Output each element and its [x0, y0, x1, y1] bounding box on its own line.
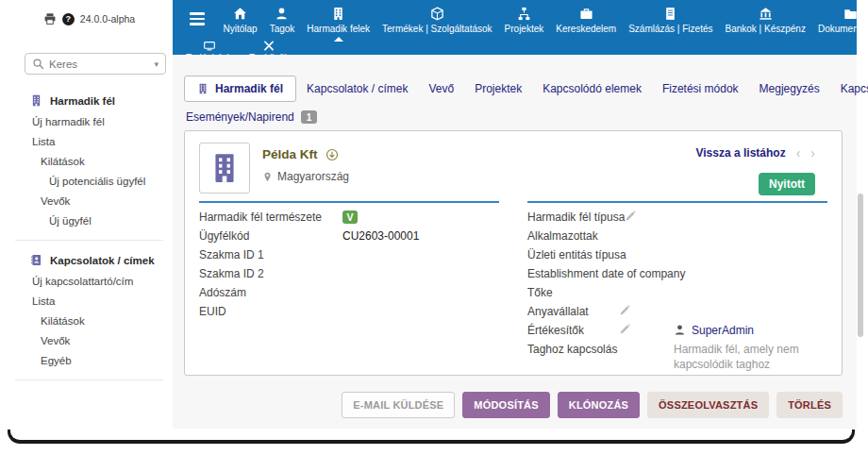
- field-columns: Harmadik fél természete V Ügyfélkód CU26…: [199, 201, 827, 373]
- sidebar-nav: Harmadik fél Új harmadik fél Lista Kilát…: [6, 90, 173, 380]
- sidebar-item-contacts-list[interactable]: Lista: [6, 292, 173, 312]
- menu-home[interactable]: Nyitólap: [217, 6, 263, 40]
- sidebar-item-contacts-prospects[interactable]: Kilátások: [6, 312, 173, 331]
- sidebar-item-customers[interactable]: Vevők: [6, 192, 173, 211]
- field-row: Szakma ID 1: [199, 245, 499, 264]
- tab-customer[interactable]: Vevő: [418, 76, 464, 101]
- sidebar: ? 24.0.0-alpha ▾ Harmadik fél Új harmadi…: [6, 0, 173, 429]
- sidebar-item-new-contact[interactable]: Új kapcsolattartó/cím: [6, 272, 173, 292]
- search-icon: [32, 58, 44, 70]
- search-caret-icon[interactable]: ▾: [154, 59, 159, 69]
- menu-commerce[interactable]: Kereskedelem: [550, 6, 623, 40]
- user-icon: [275, 7, 289, 21]
- user-icon: [674, 324, 686, 336]
- merge-button[interactable]: ÖSSZEOLVASZTÁS: [647, 392, 769, 418]
- sidebar-item-prospects[interactable]: Kilátások: [6, 152, 173, 172]
- actions-row: E-MAIL KÜLDÉSE MÓDOSÍTÁS KLÓNOZÁS ÖSSZEO…: [342, 392, 843, 418]
- field-row: Értékesítők SuperAdmin: [527, 321, 827, 340]
- fields-right-column: Harmadik fél típusa Alkalmazottak Üzleti…: [527, 201, 827, 373]
- section-title-label: Kapcsolatok / címek: [50, 255, 155, 266]
- modify-button[interactable]: MÓDOSÍTÁS: [462, 392, 549, 418]
- company-logo: [199, 143, 250, 194]
- menu-billing[interactable]: Számlázás | Fizetés: [623, 6, 719, 40]
- window-bottom-frame: [8, 430, 855, 444]
- send-email-button[interactable]: E-MAIL KÜLDÉSE: [342, 392, 455, 418]
- sidebar-section-contacts[interactable]: Kapcsolatok / címek: [6, 249, 173, 272]
- sidebar-divider: [15, 379, 163, 380]
- record-card: Példa Kft Magyarország Vissza a listához…: [184, 130, 843, 376]
- edit-pencil-icon[interactable]: [619, 323, 674, 335]
- prev-record-icon[interactable]: ‹: [796, 145, 801, 160]
- printer-icon[interactable]: [43, 12, 57, 25]
- tab-linked-files[interactable]: Kapcsolt fájlok: [830, 76, 868, 101]
- vertical-scrollbar[interactable]: [858, 194, 863, 337]
- screen-icon: [203, 40, 216, 52]
- bank-icon: [759, 7, 773, 21]
- home-icon: [233, 7, 247, 21]
- sidebar-item-new-customer[interactable]: Új ügyfél: [6, 211, 173, 231]
- company-name-row: Példa Kft: [262, 147, 339, 161]
- next-record-icon[interactable]: ›: [810, 145, 815, 160]
- tab-note[interactable]: Megjegyzés: [749, 76, 830, 101]
- edit-pencil-icon[interactable]: [625, 210, 679, 222]
- help-icon[interactable]: ?: [62, 13, 75, 25]
- menu-third-parties[interactable]: Harmadik felek: [301, 6, 376, 40]
- edit-pencil-icon[interactable]: [619, 304, 674, 316]
- sales-rep-link[interactable]: SuperAdmin: [674, 323, 754, 338]
- briefcase-icon: [579, 7, 593, 21]
- field-row: Szakma ID 2: [199, 264, 499, 283]
- sidebar-search[interactable]: ▾: [25, 53, 166, 75]
- field-row: Anyavállalat: [527, 302, 827, 321]
- country-label: Magyarország: [277, 170, 349, 183]
- field-row: EUID: [199, 302, 499, 321]
- tab-related-items[interactable]: Kapcsolódó elemek: [532, 76, 652, 101]
- sidebar-section-third-party[interactable]: Harmadik fél: [6, 90, 173, 112]
- cube-icon: [430, 7, 444, 21]
- tab-events-agenda[interactable]: Események/Napirend 1: [173, 102, 857, 124]
- building-icon: [197, 83, 209, 94]
- field-row: Alkalmazottak: [527, 227, 827, 245]
- tools-icon: [262, 40, 275, 52]
- back-to-list-link[interactable]: Vissza a listához: [696, 146, 786, 160]
- hamburger-menu-icon[interactable]: [190, 12, 205, 25]
- back-row: Vissza a listához ‹ ›: [696, 145, 816, 160]
- sidebar-item-new-third-party[interactable]: Új harmadik fél: [6, 112, 173, 132]
- sidebar-item-contacts-customers[interactable]: Vevők: [6, 331, 173, 351]
- menu-members[interactable]: Tagok: [263, 6, 301, 40]
- field-row: Adószám: [199, 283, 499, 302]
- tab-third-party[interactable]: Harmadik fél: [184, 76, 296, 102]
- customer-code-value: CU2603-00001: [342, 228, 419, 244]
- tab-contacts[interactable]: Kapcsolatok / címek: [296, 76, 418, 101]
- menu-projects[interactable]: Projektek: [498, 6, 550, 40]
- sidebar-divider: [15, 240, 163, 241]
- tab-payment-modes[interactable]: Fizetési módok: [652, 76, 749, 101]
- search-input[interactable]: [49, 59, 149, 70]
- folder-icon: [843, 7, 858, 21]
- company-name: Példa Kft: [262, 147, 318, 161]
- invoice-icon: [663, 7, 677, 21]
- menu-documents[interactable]: Dokumentumok: [811, 6, 868, 40]
- tab-projects[interactable]: Projektek: [464, 76, 532, 101]
- active-menu-caret: [334, 37, 343, 42]
- sidebar-item-contacts-other[interactable]: Egyéb: [6, 351, 173, 371]
- version-label: 24.0.0-alpha: [80, 13, 135, 25]
- events-count-badge: 1: [301, 110, 318, 124]
- menu-banks[interactable]: Bankok | Készpénz: [719, 6, 811, 40]
- field-row: Taghoz kapcsolás Harmadik fél, amely nem…: [527, 340, 827, 373]
- company-country-row: Magyarország: [262, 170, 349, 183]
- sidebar-item-list[interactable]: Lista: [6, 132, 173, 152]
- building-icon: [331, 7, 345, 21]
- field-row: Establishment date of company: [527, 264, 827, 283]
- menu-products-services[interactable]: Termékek | Szolgáltatások: [376, 6, 499, 40]
- field-row: Harmadik fél természete V: [199, 208, 499, 227]
- nature-badge: V: [342, 211, 358, 224]
- building-icon: [30, 94, 42, 107]
- sidebar-item-new-prospect[interactable]: Új potenciális ügyfél: [6, 172, 173, 192]
- field-row: Üzleti entitás típusa: [527, 245, 827, 264]
- delete-button[interactable]: TÖRLÉS: [776, 392, 843, 418]
- info-dropdown-icon[interactable]: [326, 148, 339, 161]
- clone-button[interactable]: KLÓNOZÁS: [558, 392, 640, 418]
- section-title-label: Harmadik fél: [50, 95, 115, 107]
- field-row: Harmadik fél típusa: [527, 208, 827, 227]
- address-book-icon: [30, 254, 42, 266]
